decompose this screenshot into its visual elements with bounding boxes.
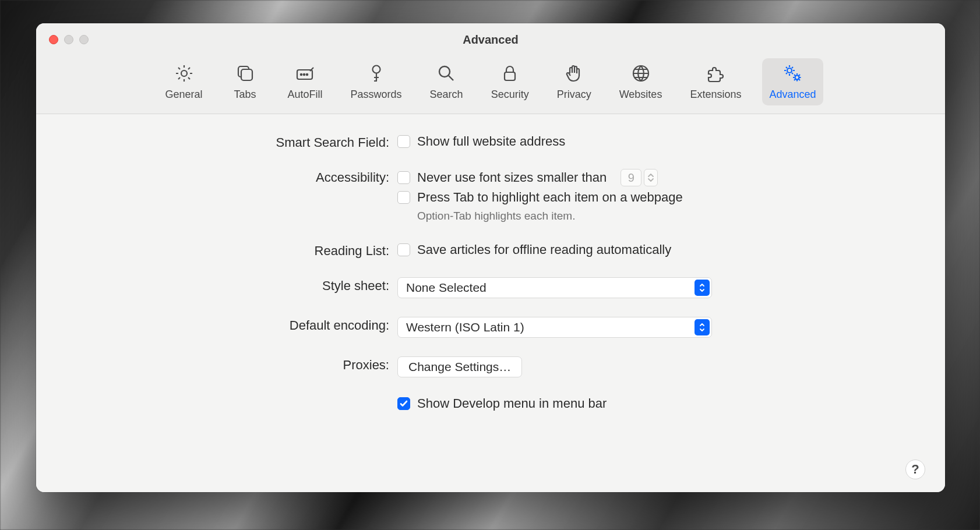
gear-icon — [174, 63, 195, 86]
checkbox-label: Save articles for offline reading automa… — [417, 242, 671, 257]
titlebar: Advanced — [36, 23, 945, 56]
search-icon — [436, 63, 457, 86]
checkbox-icon — [397, 171, 410, 184]
hand-icon — [563, 63, 584, 86]
svg-point-0 — [181, 70, 187, 76]
help-label: ? — [911, 462, 919, 477]
checkbox-icon — [397, 243, 410, 256]
lock-icon — [499, 63, 520, 86]
zoom-button[interactable] — [79, 35, 89, 44]
checkbox-label: Never use font sizes smaller than — [417, 170, 607, 185]
checkbox-label: Press Tab to highlight each item on a we… — [417, 190, 683, 205]
toolbar-autofill[interactable]: AutoFill — [281, 58, 330, 105]
toolbar-passwords[interactable]: Passwords — [344, 58, 409, 105]
toolbar-security[interactable]: Security — [484, 58, 536, 105]
globe-icon — [630, 63, 651, 86]
tabs-icon — [235, 63, 256, 86]
row-default-encoding: Default encoding: Western (ISO Latin 1) — [71, 317, 910, 338]
content-pane: Smart Search Field: Show full website ad… — [36, 114, 945, 492]
style-sheet-select[interactable]: None Selected — [397, 277, 712, 298]
toolbar-label: Tabs — [234, 89, 256, 101]
stepper-value: 9 — [621, 169, 641, 186]
toolbar-extensions[interactable]: Extensions — [683, 58, 748, 105]
row-reading-list: Reading List: Save articles for offline … — [71, 242, 910, 259]
toolbar-label: General — [165, 89, 202, 101]
row-style-sheet: Style sheet: None Selected — [71, 277, 910, 298]
label-accessibility: Accessibility: — [71, 169, 397, 185]
toolbar-label: AutoFill — [288, 89, 323, 101]
default-encoding-select[interactable]: Western (ISO Latin 1) — [397, 317, 712, 338]
select-value: None Selected — [406, 281, 487, 295]
checkbox-show-full-address[interactable]: Show full website address — [397, 134, 910, 149]
row-smart-search: Smart Search Field: Show full website ad… — [71, 134, 910, 150]
min-font-size-stepper: 9 — [621, 169, 658, 186]
toolbar-label: Advanced — [769, 89, 816, 101]
window-title: Advanced — [463, 33, 519, 47]
toolbar-privacy[interactable]: Privacy — [550, 58, 598, 105]
svg-point-7 — [439, 66, 450, 77]
toolbar-general[interactable]: General — [158, 58, 209, 105]
key-icon — [366, 63, 387, 86]
toolbar-label: Extensions — [690, 89, 741, 101]
chevron-up-down-icon — [695, 280, 710, 296]
checkbox-icon — [397, 397, 410, 410]
help-button[interactable]: ? — [905, 460, 925, 479]
toolbar-websites[interactable]: Websites — [612, 58, 669, 105]
label-style-sheet: Style sheet: — [71, 277, 397, 294]
svg-point-3 — [300, 74, 301, 75]
chevron-up-down-icon — [695, 319, 710, 335]
toolbar-tabs[interactable]: Tabs — [224, 58, 267, 105]
gears-icon — [782, 63, 803, 86]
preferences-toolbar: General Tabs AutoFill Passwords Search — [36, 56, 945, 114]
checkbox-show-develop-menu[interactable]: Show Develop menu in menu bar — [397, 396, 910, 411]
svg-rect-8 — [505, 72, 515, 80]
stepper-buttons[interactable] — [644, 169, 658, 186]
checkbox-label: Show full website address — [417, 134, 565, 149]
svg-point-6 — [372, 66, 380, 73]
checkbox-icon — [397, 135, 410, 148]
svg-point-11 — [795, 76, 799, 80]
checkbox-icon — [397, 191, 410, 204]
close-button[interactable] — [49, 35, 58, 44]
toolbar-advanced[interactable]: Advanced — [762, 58, 823, 105]
toolbar-label: Privacy — [557, 89, 591, 101]
svg-point-5 — [306, 74, 307, 75]
checkbox-press-tab[interactable]: Press Tab to highlight each item on a we… — [397, 190, 910, 205]
label-smart-search: Smart Search Field: — [71, 134, 397, 150]
label-default-encoding: Default encoding: — [71, 317, 397, 333]
toolbar-search[interactable]: Search — [423, 58, 470, 105]
label-reading-list: Reading List: — [71, 242, 397, 259]
select-value: Western (ISO Latin 1) — [406, 320, 524, 334]
minimize-button[interactable] — [64, 35, 73, 44]
checkbox-label: Show Develop menu in menu bar — [417, 396, 607, 411]
toolbar-label: Security — [491, 89, 529, 101]
svg-point-10 — [787, 68, 792, 73]
button-label: Change Settings… — [408, 360, 511, 374]
toolbar-label: Websites — [619, 89, 662, 101]
hint-press-tab: Option-Tab highlights each item. — [417, 210, 910, 222]
autofill-icon — [295, 63, 316, 86]
checkbox-save-offline[interactable]: Save articles for offline reading automa… — [397, 242, 910, 257]
preferences-window: Advanced General Tabs AutoFill Passwords — [36, 23, 945, 492]
toolbar-label: Search — [430, 89, 463, 101]
svg-point-4 — [303, 74, 304, 75]
proxies-change-settings-button[interactable]: Change Settings… — [397, 356, 522, 377]
window-controls — [49, 35, 89, 44]
puzzle-icon — [705, 63, 726, 86]
toolbar-label: Passwords — [351, 89, 402, 101]
row-develop-menu: Show Develop menu in menu bar — [71, 396, 910, 411]
label-proxies: Proxies: — [71, 356, 397, 373]
svg-rect-1 — [241, 69, 252, 80]
row-accessibility: Accessibility: Never use font sizes smal… — [71, 169, 910, 222]
row-proxies: Proxies: Change Settings… — [71, 356, 910, 377]
checkbox-min-font-size[interactable]: Never use font sizes smaller than — [397, 170, 607, 185]
